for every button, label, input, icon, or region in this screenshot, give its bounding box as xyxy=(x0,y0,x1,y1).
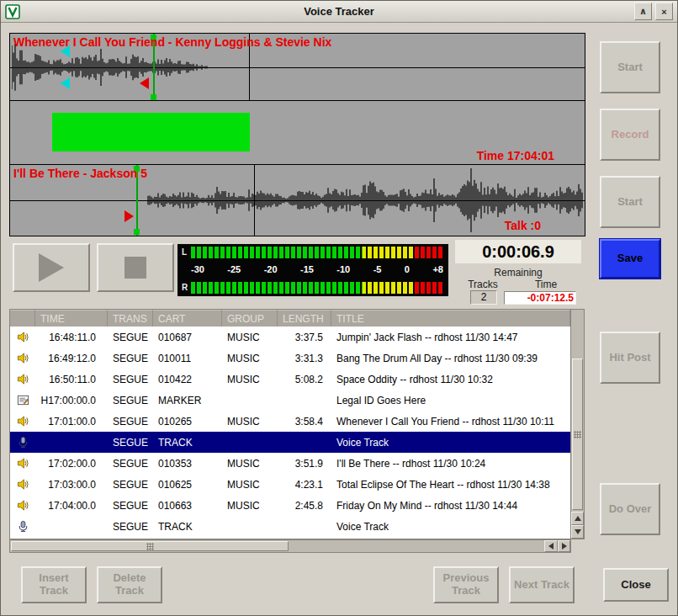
log-row[interactable]: 16:48:11.0SEGUE010687MUSIC3:37.5Jumpin' … xyxy=(10,327,570,348)
cell-title: Whenever I Call You Friend -- rdhost 11/… xyxy=(331,416,570,427)
stop-button[interactable] xyxy=(97,243,174,292)
track1-title: Whenever I Call You Friend - Kenny Loggi… xyxy=(13,35,331,49)
playout-marker[interactable] xyxy=(140,77,149,89)
log-header-length[interactable]: LENGTH xyxy=(278,310,331,327)
insert-track-button[interactable]: Insert Track xyxy=(21,566,87,603)
wallclock-time-label: Time 17:04:01 xyxy=(477,149,554,162)
cell-trans: SEGUE xyxy=(108,332,153,343)
meter-scale-tick: -30 xyxy=(191,264,204,274)
meter-scale-tick: -20 xyxy=(264,264,278,274)
log-row[interactable]: 17:04:00.0SEGUE010663MUSIC2:45.8Friday O… xyxy=(10,495,570,516)
left-arrow-icon xyxy=(548,543,554,550)
close-button[interactable]: Close xyxy=(603,568,669,602)
cell-title: Voice Track xyxy=(331,521,570,533)
fade-marker[interactable] xyxy=(61,77,70,89)
horizontal-scrollbar-track[interactable] xyxy=(9,539,571,553)
previous-track-button[interactable]: Previous Track xyxy=(433,566,499,603)
next-track-button[interactable]: Next Track xyxy=(509,566,575,603)
log-row[interactable]: SEGUETRACKVoice Track xyxy=(10,516,570,537)
scroll-down-button[interactable] xyxy=(571,525,584,539)
log-row[interactable]: H17:00:00.0SEGUEMARKERLegal ID Goes Here xyxy=(10,390,570,411)
meter-right-label: R xyxy=(182,282,188,294)
log-row[interactable]: 16:49:12.0SEGUE010011MUSIC3:31.3Bang The… xyxy=(10,348,570,369)
start-track1-button[interactable]: Start xyxy=(600,41,660,93)
log-header-group[interactable]: GROUP xyxy=(222,310,278,327)
scroll-up-button[interactable] xyxy=(571,512,584,525)
cell-trans: SEGUE xyxy=(108,479,153,491)
cell-title: Friday On My Mind -- rdhost 11/30 14:44 xyxy=(331,500,570,512)
cell-cart: 010625 xyxy=(153,479,222,491)
cell-cart: 010353 xyxy=(153,458,222,470)
track2-panel[interactable]: I'll Be There - Jackson 5 Talk :0 xyxy=(10,165,585,236)
scroll-right-button[interactable] xyxy=(558,540,570,552)
playout-marker[interactable] xyxy=(124,210,134,222)
log-row[interactable]: 16:50:11.0SEGUE010422MUSIC5:08.2Space Od… xyxy=(10,369,570,390)
meter-scale-tick: 0 xyxy=(405,264,410,274)
window-close-button[interactable]: × xyxy=(655,3,673,20)
voicetrack-panel[interactable]: Time 17:04:01 xyxy=(10,101,585,165)
log-header-trans[interactable]: TRANS xyxy=(108,310,153,327)
remaining-tracks-label: Tracks xyxy=(455,279,511,290)
cell-time: 17:02:00.0 xyxy=(35,458,108,470)
cell-time: H17:00:00.0 xyxy=(35,395,108,406)
marker-handle[interactable] xyxy=(151,94,156,100)
speaker-icon xyxy=(10,457,35,470)
horizontal-scrollbar-thumb[interactable] xyxy=(11,541,289,551)
track-editor[interactable]: Whenever I Call You Friend - Kenny Loggi… xyxy=(9,33,585,236)
cell-cart: MARKER xyxy=(153,395,222,406)
cell-length: 4:23.1 xyxy=(278,479,331,491)
cell-cart: 010265 xyxy=(153,416,222,427)
hit-post-button[interactable]: Hit Post xyxy=(600,332,660,384)
log-row[interactable]: 17:01:00.0SEGUE010265MUSIC3:58.4Whenever… xyxy=(10,411,570,432)
horizontal-scrollbar[interactable] xyxy=(9,539,585,553)
save-button[interactable]: Save xyxy=(600,239,660,279)
cell-time: 16:49:12.0 xyxy=(35,353,108,364)
meter-left-bar xyxy=(191,247,443,258)
cell-group: MUSIC xyxy=(222,479,278,491)
cell-cart: 010663 xyxy=(153,500,222,512)
voicetrack-region[interactable] xyxy=(52,113,250,151)
cell-cart: TRACK xyxy=(153,437,222,449)
scrollbar-grip xyxy=(146,543,154,550)
cell-title: Bang The Drum All Day -- rdhost 11/30 09… xyxy=(331,353,570,364)
log-list: TIMETRANSCARTGROUPLENGTHTITLE 16:48:11.0… xyxy=(9,309,585,539)
cell-title: I'll Be There -- rdhost 11/30 10:24 xyxy=(331,458,570,470)
play-icon xyxy=(39,253,64,282)
log-header-cart[interactable]: CART xyxy=(153,310,222,327)
track1-panel[interactable]: Whenever I Call You Friend - Kenny Loggi… xyxy=(10,34,585,101)
cell-time: 16:50:11.0 xyxy=(35,374,108,385)
log-row[interactable]: 17:02:00.0SEGUE010353MUSIC3:51.9I'll Be … xyxy=(10,453,570,474)
log-header-title[interactable]: TITLE xyxy=(331,310,570,327)
marker-handle[interactable] xyxy=(134,229,140,235)
meter-scale-tick: -25 xyxy=(227,264,241,274)
cell-cart: 010422 xyxy=(153,374,222,385)
down-arrow-icon xyxy=(575,529,581,534)
log-row[interactable]: 17:03:00.0SEGUE010625MUSIC4:23.1Total Ec… xyxy=(10,474,570,495)
vertical-scrollbar-thumb[interactable] xyxy=(572,358,583,510)
cell-cart: TRACK xyxy=(153,521,222,533)
marker-icon xyxy=(10,394,35,406)
cell-trans: SEGUE xyxy=(108,416,153,427)
cell-trans: SEGUE xyxy=(108,437,153,449)
speaker-icon xyxy=(10,478,35,491)
log-header-icon[interactable] xyxy=(10,310,35,327)
cell-trans: SEGUE xyxy=(108,458,153,470)
vertical-scrollbar[interactable] xyxy=(570,310,584,539)
cell-cart: 010011 xyxy=(153,353,222,364)
shade-button[interactable]: ∧ xyxy=(634,3,652,20)
speaker-icon xyxy=(10,373,35,385)
log-row-selected[interactable]: SEGUETRACKVoice Track xyxy=(10,432,570,453)
delete-track-button[interactable]: Delete Track xyxy=(97,566,162,603)
play-button[interactable] xyxy=(13,243,90,292)
app-icon[interactable] xyxy=(5,4,20,19)
log-header-time[interactable]: TIME xyxy=(35,310,108,327)
record-button[interactable]: Record xyxy=(600,109,660,161)
cell-title: Jumpin' Jack Flash -- rdhost 11/30 14:47 xyxy=(331,332,570,343)
cell-title: Total Eclipse Of The Heart -- rdhost 11/… xyxy=(331,479,570,491)
do-over-button[interactable]: Do Over xyxy=(600,483,660,535)
scroll-left-button[interactable] xyxy=(544,540,558,552)
cell-length: 2:45.8 xyxy=(278,500,331,512)
start-track2-button[interactable]: Start xyxy=(600,176,660,228)
window-title: Voice Tracker xyxy=(1,5,677,18)
log-body: 16:48:11.0SEGUE010687MUSIC3:37.5Jumpin' … xyxy=(10,327,570,539)
